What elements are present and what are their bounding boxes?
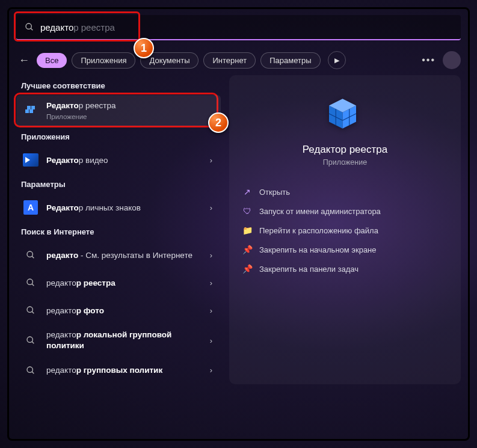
search-icon — [22, 274, 39, 291]
action-label: Запуск от имени администратора — [259, 207, 381, 216]
web-result[interactable]: редактор фото › — [16, 296, 221, 324]
svg-rect-3 — [29, 109, 33, 113]
svg-point-10 — [27, 307, 32, 312]
app-result-label: Редактор видео — [46, 155, 200, 166]
search-icon — [22, 302, 39, 319]
web-result-label: редактор фото — [46, 305, 200, 316]
section-best-match: Лучшее соответствие — [21, 81, 221, 90]
filter-web[interactable]: Интернет — [203, 52, 256, 69]
overflow-menu[interactable]: ••• — [422, 55, 435, 66]
preview-subtitle: Приложение — [236, 158, 454, 167]
svg-line-15 — [32, 372, 34, 373]
web-result-label: редактор локальной групповой политики — [46, 330, 200, 351]
chevron-right-icon: › — [208, 203, 215, 212]
filter-row: ← Все Приложения Документы Интернет Пара… — [16, 51, 461, 69]
pin-icon: 📌 — [242, 245, 252, 254]
svg-point-14 — [27, 367, 32, 372]
chevron-right-icon: › — [208, 251, 215, 260]
best-match-title: Редактор реестра — [46, 101, 115, 110]
back-button[interactable]: ← — [16, 54, 32, 67]
pin-icon: 📌 — [242, 264, 252, 274]
action-label: Закрепить на панели задач — [259, 265, 359, 274]
best-match-item[interactable]: Редактор реестра Приложение — [16, 95, 221, 126]
search-icon — [25, 22, 34, 32]
private-char-editor-icon: A — [22, 199, 39, 216]
svg-line-13 — [32, 342, 34, 343]
chevron-right-icon: › — [208, 156, 215, 165]
svg-point-12 — [27, 337, 32, 342]
action-open[interactable]: ↗ Открыть — [236, 182, 454, 201]
search-bar[interactable]: редактор реестра — [16, 15, 461, 40]
web-result-label: редакто - См. результаты в Интернете — [46, 250, 200, 261]
folder-icon: 📁 — [242, 226, 252, 235]
more-filters-button[interactable]: ▶ — [328, 51, 346, 69]
filter-docs[interactable]: Документы — [140, 52, 198, 69]
svg-point-0 — [26, 23, 31, 29]
svg-rect-2 — [25, 109, 29, 113]
action-open-file-location[interactable]: 📁 Перейти к расположению файла — [236, 221, 454, 240]
web-result[interactable]: редактор реестра › — [16, 269, 221, 296]
section-apps: Приложения — [21, 132, 221, 141]
chevron-right-icon: › — [208, 366, 215, 375]
action-pin-to-taskbar[interactable]: 📌 Закрепить на панели задач — [236, 259, 454, 278]
search-icon — [22, 362, 39, 379]
settings-result-label: Редактор личных знаков — [46, 203, 200, 213]
search-input-text: редактор реестра — [40, 22, 115, 32]
user-avatar[interactable] — [443, 51, 461, 69]
chevron-right-icon: › — [208, 336, 215, 345]
regedit-icon — [22, 102, 39, 119]
svg-line-11 — [32, 311, 34, 313]
video-editor-icon — [22, 152, 39, 168]
best-match-subtitle: Приложение — [46, 112, 215, 121]
action-label: Перейти к расположению файла — [259, 226, 378, 235]
svg-point-6 — [27, 251, 32, 257]
settings-result-private-chars[interactable]: A Редактор личных знаков › — [16, 194, 221, 221]
web-result[interactable]: редакто - См. результаты в Интернете › — [16, 241, 221, 269]
action-label: Открыть — [259, 188, 290, 197]
filter-apps[interactable]: Приложения — [72, 52, 135, 69]
web-result[interactable]: редактор групповых политик › — [16, 357, 221, 384]
search-icon — [22, 332, 39, 349]
web-result-label: редактор групповых политик — [46, 365, 200, 376]
preview-title: Редактор реестра — [236, 144, 454, 156]
svg-line-9 — [32, 284, 34, 286]
chevron-right-icon: › — [208, 278, 215, 287]
filter-settings[interactable]: Параметры — [260, 52, 320, 69]
svg-rect-4 — [27, 106, 31, 109]
web-result-label: редактор реестра — [46, 278, 200, 289]
regedit-large-icon — [324, 92, 367, 135]
section-web: Поиск в Интернете — [21, 227, 221, 236]
chevron-right-icon: › — [208, 306, 215, 315]
preview-panel: Редактор реестра Приложение ↗ Открыть 🛡 … — [229, 75, 461, 384]
search-icon — [22, 247, 39, 263]
open-icon: ↗ — [242, 187, 252, 197]
filter-all[interactable]: Все — [37, 53, 67, 68]
results-column: Лучшее соответствие Редактор реестра При… — [16, 75, 221, 384]
svg-rect-5 — [31, 106, 35, 109]
action-pin-to-start[interactable]: 📌 Закрепить на начальном экране — [236, 240, 454, 259]
web-result[interactable]: редактор локальной групповой политики › — [16, 324, 221, 356]
app-result-video-editor[interactable]: Редактор видео › — [16, 146, 221, 174]
action-label: Закрепить на начальном экране — [259, 245, 377, 254]
section-settings: Параметры — [21, 180, 221, 189]
svg-line-7 — [32, 256, 34, 258]
svg-point-8 — [27, 279, 32, 284]
shield-icon: 🛡 — [242, 206, 252, 216]
action-run-as-admin[interactable]: 🛡 Запуск от имени администратора — [236, 201, 454, 221]
svg-line-1 — [31, 28, 32, 30]
